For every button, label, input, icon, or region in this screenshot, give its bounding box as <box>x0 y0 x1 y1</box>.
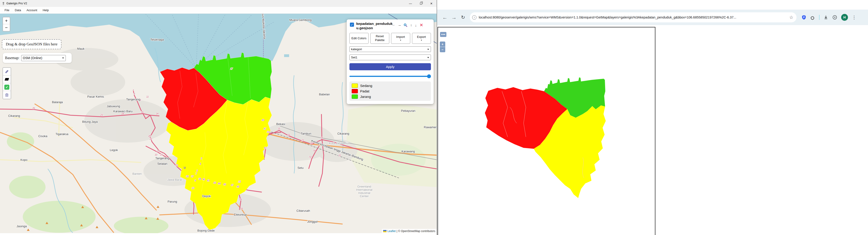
browser-content: + − <box>437 25 868 235</box>
road-number-label: 16 <box>141 111 144 113</box>
delete-layers-button[interactable] <box>3 91 11 99</box>
ol-zoom-control: + − <box>440 42 445 52</box>
road-number-label: 72 <box>309 156 311 158</box>
road-number-label: 78 <box>320 136 323 139</box>
geojson-dropzone[interactable]: Drag & drop GeoJSON files here <box>2 39 61 49</box>
wms-map[interactable] <box>438 27 655 235</box>
map-label: Muara Gembong <box>289 18 312 22</box>
map-label: Setu <box>298 166 304 169</box>
zoom-out-button[interactable]: − <box>3 24 10 31</box>
dot-icon <box>443 34 444 35</box>
road-number-label: 6 <box>196 169 198 172</box>
move-up-button[interactable]: ↑ <box>410 24 412 27</box>
tab-strip <box>437 0 868 9</box>
layer-visibility-checkbox[interactable]: ✓ <box>350 23 354 27</box>
map-label: Cisoka <box>38 134 48 138</box>
performance-icon[interactable] <box>832 15 837 20</box>
layer-name: kepadatan_penduduk_u.geojson <box>356 22 397 30</box>
attribute-value: kategori <box>351 48 362 51</box>
close-button[interactable]: ✕ <box>426 0 437 7</box>
draw-polyline-button[interactable] <box>3 68 11 76</box>
extensions-puzzle-icon[interactable] <box>810 15 815 20</box>
password-manager-extension-icon[interactable] <box>802 15 806 20</box>
zoom-to-layer-button[interactable] <box>404 23 407 27</box>
chevron-down-icon <box>427 57 429 58</box>
road-number-label: 24 <box>157 150 160 152</box>
attribute-select[interactable]: kategori <box>349 46 431 52</box>
import-button[interactable]: Import▾ <box>391 33 410 44</box>
draw-polygon-button[interactable] <box>3 76 11 83</box>
forward-button[interactable]: → <box>450 13 459 22</box>
address-bar[interactable]: i localhost:8080/geoserver/galerigis/wms… <box>470 12 797 22</box>
legend-swatch <box>352 89 358 93</box>
menu-file[interactable]: File <box>2 7 12 14</box>
polygon-icon <box>5 78 9 81</box>
reset-palette-button[interactable]: Reset Palette <box>370 33 390 44</box>
collapse-button[interactable]: – <box>399 23 401 27</box>
browser-toolbar: ← → ↻ i localhost:8080/geoserver/galerig… <box>437 9 868 25</box>
road-number-label: 14 <box>156 112 158 115</box>
edit-confirm-button[interactable]: ✓ <box>3 83 11 91</box>
road-number-label: 9 <box>134 93 135 95</box>
road-number-label: 21 <box>149 137 152 140</box>
leaflet-map[interactable]: ✈ 26211816141111971720212410253135373840… <box>0 14 437 233</box>
back-button[interactable]: ← <box>440 13 450 22</box>
bookmark-star-icon[interactable]: ☆ <box>789 15 793 20</box>
road-number-label: 25 <box>160 153 163 156</box>
zoom-in-button[interactable]: + <box>3 17 10 24</box>
wms-map-frame: + − <box>437 27 655 235</box>
road-number-label: 41 <box>264 147 267 149</box>
reload-button[interactable]: ↻ <box>459 13 468 22</box>
apply-button[interactable]: Apply <box>349 63 431 70</box>
ol-zoom-in-button[interactable]: + <box>440 42 445 47</box>
map-label: Tangerang <box>126 98 140 101</box>
legend-item: Jarang <box>352 95 429 99</box>
ol-zoom-out-button[interactable]: − <box>440 47 445 52</box>
extension-area: H ⋮ <box>802 14 857 21</box>
map-label: Jatiuwung <box>107 104 120 108</box>
map-label: Jasinga <box>17 225 27 228</box>
window-controls: — ✕ <box>405 0 437 7</box>
road-number-label: 20 <box>148 135 151 137</box>
menu-account[interactable]: Account <box>24 7 40 14</box>
export-button[interactable]: Export▾ <box>412 33 431 44</box>
map-label: Banten <box>132 172 142 176</box>
move-down-button[interactable]: ↓ <box>415 24 417 27</box>
opacity-slider[interactable] <box>349 74 431 78</box>
road-number-label: 19 <box>240 207 243 210</box>
galerigis-window: Galerigis Pro V2 — ✕ FileDataAccountHelp <box>0 0 437 235</box>
menu-help[interactable]: Help <box>40 7 52 14</box>
road-number-label: 10 <box>155 153 157 156</box>
road-number-label: 37 <box>191 175 194 178</box>
map-label: Tigaraksa <box>56 132 68 136</box>
palette-select[interactable]: Set1 <box>349 54 431 60</box>
slider-thumb[interactable] <box>427 74 431 78</box>
downloads-icon[interactable] <box>824 15 828 20</box>
polyline-icon <box>5 70 9 74</box>
layer-panel-tools: – ↑ ↓ ✕ <box>399 23 423 27</box>
map-label: Pasar Kemis <box>87 95 104 98</box>
edit-colors-button[interactable]: Edit Colors <box>349 33 369 44</box>
ol-attribution-button[interactable] <box>440 32 446 37</box>
attribution-separator: | <box>397 230 397 233</box>
menu-data[interactable]: Data <box>12 7 24 14</box>
basemap-select[interactable]: OSM (Online) <box>21 55 66 61</box>
url-text[interactable]: localhost:8080/geoserver/galerigis/wms?s… <box>479 16 787 19</box>
check-icon: ✓ <box>4 85 9 90</box>
site-info-icon[interactable]: i <box>472 15 476 20</box>
restore-button[interactable] <box>416 0 426 7</box>
browser-window: ← → ↻ i localhost:8080/geoserver/galerig… <box>437 0 868 235</box>
map-label: Rawamerta <box>424 126 437 129</box>
remove-layer-button[interactable]: ✕ <box>420 23 423 27</box>
minimize-button[interactable]: — <box>405 0 416 7</box>
map-label: Bekasi <box>276 122 285 126</box>
map-label: Kopo <box>21 158 27 161</box>
road-number-label: 26 <box>32 107 35 109</box>
road-number-label: 45 <box>223 183 226 186</box>
profile-avatar[interactable]: H <box>841 14 848 21</box>
map-label: Selatan <box>157 162 167 165</box>
leaflet-link[interactable]: Leaflet <box>388 230 396 233</box>
caret-down-icon: ▾ <box>417 39 426 42</box>
map-label: Cikarang <box>8 114 20 118</box>
browser-menu-icon[interactable]: ⋮ <box>852 15 857 20</box>
